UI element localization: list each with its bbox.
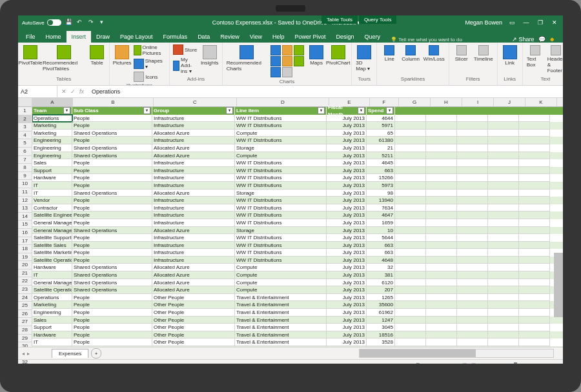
cell[interactable]: People (72, 324, 152, 331)
row-header[interactable]: 28 (18, 326, 32, 335)
cell[interactable] (519, 301, 550, 309)
cell[interactable]: July 2013 (327, 338, 367, 346)
cell[interactable] (426, 234, 457, 242)
cell[interactable] (395, 159, 426, 167)
cell[interactable] (519, 324, 550, 331)
cell[interactable]: People (72, 174, 152, 182)
tab-home[interactable]: Home (41, 31, 66, 43)
table-tools-tab[interactable]: Table Tools (321, 15, 358, 24)
cell[interactable]: Infrastructure (152, 159, 235, 167)
my-addins-button[interactable]: My Add-ins ▾ (172, 56, 199, 75)
cell[interactable] (426, 257, 457, 264)
cell[interactable] (426, 301, 457, 309)
cell[interactable] (519, 211, 550, 219)
ribbon-options-icon[interactable]: ▭ (507, 18, 516, 27)
cell[interactable]: July 2013 (327, 257, 367, 264)
cell[interactable]: Engineering (32, 309, 72, 317)
row-header[interactable]: 17 (18, 237, 32, 246)
cell[interactable]: People (72, 294, 152, 302)
row-header[interactable]: 24 (18, 294, 32, 302)
cell[interactable] (519, 190, 550, 197)
cell[interactable] (519, 115, 550, 122)
cell[interactable]: People (72, 137, 152, 144)
cell[interactable] (488, 167, 519, 175)
row-header[interactable]: 18 (18, 245, 32, 253)
cell[interactable] (457, 257, 488, 264)
cell[interactable] (395, 137, 426, 144)
cell[interactable]: Infrastructure (152, 197, 235, 204)
column-header[interactable]: G (399, 98, 431, 106)
cell[interactable]: 5973 (367, 182, 395, 190)
cell[interactable]: July 2013 (327, 159, 367, 167)
cell[interactable]: 663 (367, 167, 395, 175)
table-row[interactable]: SalesPeopleOther PeopleTravel & Entertai… (32, 317, 563, 324)
table-button[interactable]: Table (87, 44, 107, 67)
cell[interactable] (488, 271, 519, 279)
cell[interactable]: Support (32, 324, 72, 331)
cell[interactable] (395, 331, 426, 339)
row-header[interactable]: 14 (18, 213, 32, 221)
cell[interactable]: Vendor (32, 197, 72, 204)
cell[interactable]: Travel & Entertainment (235, 301, 327, 309)
cell[interactable] (395, 264, 426, 271)
cell[interactable] (519, 294, 550, 302)
cell[interactable]: Allocated Azure (152, 190, 235, 197)
row-header[interactable]: 9 (18, 172, 32, 181)
filter-icon[interactable]: ▾ (143, 107, 150, 114)
sheet-nav-prev-icon[interactable]: ◂ (22, 351, 25, 357)
table-row[interactable]: OperationsPeopleOther PeopleTravel & Ent… (32, 294, 563, 302)
cell[interactable]: WW IT Distributions (235, 211, 327, 219)
chart-type-icon[interactable] (294, 56, 304, 66)
cell[interactable] (426, 182, 457, 190)
cell[interactable] (457, 279, 488, 287)
tab-view[interactable]: View (245, 31, 267, 43)
vertical-scrollbar[interactable] (554, 253, 563, 317)
cell[interactable] (488, 197, 519, 204)
cell[interactable] (519, 159, 550, 167)
cell[interactable] (519, 242, 550, 250)
tab-formulas[interactable]: Formulas (158, 31, 193, 43)
cell[interactable]: 663 (367, 242, 395, 250)
row-header[interactable]: 23 (18, 286, 32, 294)
cell[interactable]: WW IT Distributions (235, 137, 327, 144)
link-button[interactable]: Link (500, 44, 520, 67)
cell[interactable] (426, 324, 457, 331)
cell[interactable] (488, 144, 519, 152)
cell[interactable]: IT (32, 182, 72, 190)
horizontal-scrollbar[interactable] (359, 349, 554, 358)
redo-icon[interactable]: ↷ (88, 19, 96, 26)
tab-draw[interactable]: Draw (91, 31, 115, 43)
cell[interactable] (488, 309, 519, 317)
cell[interactable]: WW IT Distributions (235, 115, 327, 122)
cell[interactable] (488, 130, 519, 137)
display-settings-button[interactable]: 🖥 Display Settings (415, 362, 459, 364)
cell[interactable]: WW IT Distributions (235, 219, 327, 227)
cell[interactable] (457, 227, 488, 235)
row-header[interactable]: 15 (18, 220, 32, 229)
cell[interactable] (395, 174, 426, 182)
cell[interactable] (395, 115, 426, 122)
cell[interactable]: July 2013 (327, 137, 367, 144)
cell[interactable] (488, 137, 519, 144)
cell[interactable] (488, 249, 519, 257)
cell[interactable]: Operations (32, 294, 72, 302)
store-button[interactable]: Store (172, 44, 199, 55)
cell[interactable] (488, 338, 519, 346)
cell[interactable] (426, 331, 457, 339)
cell[interactable]: July 2013 (327, 324, 367, 331)
cell[interactable]: WW IT Distributions (235, 249, 327, 257)
cell[interactable]: July 2013 (327, 242, 367, 250)
cell[interactable] (395, 324, 426, 331)
cell[interactable]: Allocated Azure (152, 286, 235, 294)
cell[interactable]: July 2013 (327, 227, 367, 235)
cell[interactable] (519, 317, 550, 324)
chart-type-icon[interactable] (282, 67, 292, 77)
cell[interactable] (488, 219, 519, 227)
table-row[interactable]: EngineeringShared OperationsAllocated Az… (32, 152, 563, 160)
cell[interactable] (519, 338, 550, 346)
cell[interactable] (488, 211, 519, 219)
cell[interactable] (457, 197, 488, 204)
cell[interactable]: Compute (235, 286, 327, 294)
cell[interactable]: Shared Operations (72, 286, 152, 294)
cell[interactable] (519, 144, 550, 152)
